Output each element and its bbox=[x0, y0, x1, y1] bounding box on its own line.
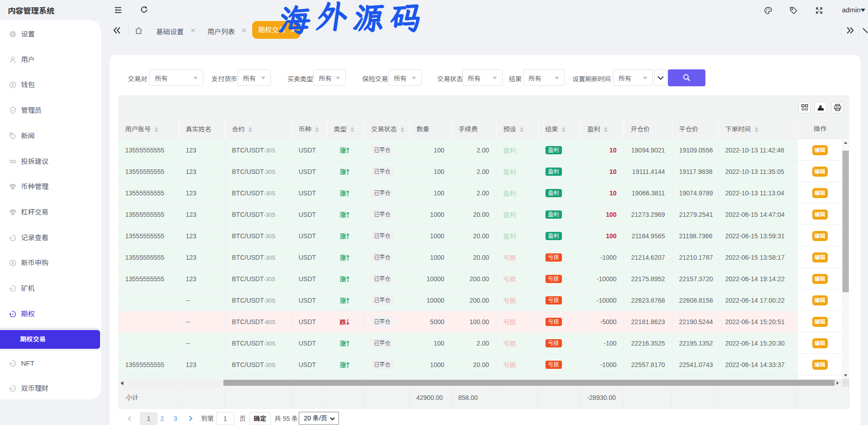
svg-text:$: $ bbox=[11, 261, 14, 266]
svg-text:$: $ bbox=[11, 83, 14, 88]
